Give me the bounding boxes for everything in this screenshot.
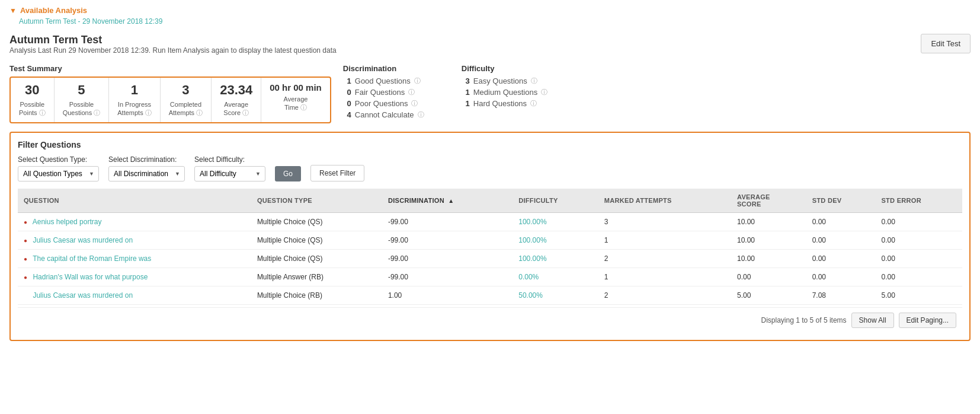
analysis-run-text: Analysis Last Run 29 November 2018 12:39… [9,46,337,55]
cell-question-3: ● Hadrian's Wall was for what purpose [18,267,251,286]
summary-lbl-2: In ProgressAttempts ⓘ [117,100,151,117]
disc-label-0: Good Questions [355,77,411,85]
cell-std-error-4: 5.00 [875,286,962,304]
col-std-error: STD ERROR [875,189,962,213]
disc-num-2: 0 [343,99,351,108]
diff-info-1: ⓘ [541,88,547,97]
cell-type-2: Multiple Choice (QS) [251,249,382,267]
available-analysis-header: ▼ Available Analysis [9,6,971,15]
row-dot-3: ● [24,274,27,281]
filter-difficulty-group: Select Difficulty: All Difficulty [194,155,265,181]
cell-difficulty-4: 50.00% [513,286,598,304]
cell-avg-score-1: 10.00 [731,231,806,249]
data-table: QUESTION QUESTION TYPE DISCRIMINATION ▲ … [18,189,962,305]
col-discrimination[interactable]: DISCRIMINATION ▲ [382,189,513,213]
cell-std-dev-4: 7.08 [806,286,876,304]
difficulty-label: Difficulty [462,64,592,73]
disc-num-1: 0 [343,88,351,97]
col-std-dev: STD DEV [806,189,876,213]
summary-lbl-3: CompletedAttempts ⓘ [169,100,203,117]
cell-difficulty-1: 100.00% [513,231,598,249]
summary-num-5: 00 hr 00 min [270,82,322,93]
summary-cell-2: 1 In ProgressAttempts ⓘ [109,78,160,122]
disc-label-1: Fair Questions [355,88,405,97]
available-analysis-title[interactable]: Available Analysis [20,6,87,15]
cell-avg-score-4: 5.00 [731,286,806,304]
diff-label-2: Hard Questions [473,99,527,108]
cell-type-1: Multiple Choice (QS) [251,231,382,249]
edit-paging-button[interactable]: Edit Paging... [899,313,956,328]
diff-num-1: 1 [462,88,470,97]
test-summary-section: Test Summary 30 PossiblePoints ⓘ 5 Possi… [9,64,331,123]
cell-difficulty-3: 0.00% [513,267,598,286]
table-row: ● Julius Caesar was murdered on Multiple… [18,286,962,304]
row-dot-0: ● [24,219,27,225]
analysis-date: Autumn Term Test - 29 November 2018 12:3… [19,17,971,26]
cell-std-dev-2: 0.00 [806,249,876,267]
difficulty-section: Difficulty 3 Easy Questions ⓘ 1 Medium Q… [462,64,592,123]
question-link-4[interactable]: Julius Caesar was murdered on [33,291,133,300]
cell-type-0: Multiple Choice (QS) [251,212,382,231]
table-row: ● Aenius helped portray Multiple Choice … [18,212,962,231]
summary-lbl-5: AverageTime ⓘ [270,95,322,112]
filter-title: Filter Questions [18,140,962,149]
disc-label-3: Cannot Calculate [355,110,414,119]
page-title: Autumn Term Test [9,34,337,46]
cell-difficulty-0: 100.00% [513,212,598,231]
summary-cell-5: 00 hr 00 min AverageTime ⓘ [261,78,330,122]
cell-question-4: ● Julius Caesar was murdered on [18,286,251,304]
discrimination-select[interactable]: All Discrimination [108,166,185,181]
disc-num-0: 1 [343,77,351,85]
disc-label-2: Poor Questions [355,99,408,108]
test-summary-label: Test Summary [9,64,331,73]
show-all-button[interactable]: Show All [851,313,894,328]
question-type-select[interactable]: All Question Types [18,166,99,181]
discrimination-select-label: Select Discrimination: [108,155,185,164]
discrimination-row-3: 4 Cannot Calculate ⓘ [343,110,450,119]
summary-cell-1: 5 PossibleQuestions ⓘ [55,78,110,122]
cell-std-error-0: 0.00 [875,212,962,231]
col-type: QUESTION TYPE [251,189,382,213]
cell-type-3: Multiple Answer (RB) [251,267,382,286]
reset-filter-button[interactable]: Reset Filter [310,165,364,181]
table-row: ● Hadrian's Wall was for what purpose Mu… [18,267,962,286]
difficulty-select[interactable]: All Difficulty [194,166,265,181]
discrimination-row-0: 1 Good Questions ⓘ [343,77,450,85]
filter-row: Select Question Type: All Question Types… [18,155,962,181]
cell-type-4: Multiple Choice (RB) [251,286,382,304]
cell-discrimination-4: 1.00 [382,286,513,304]
summary-num-3: 3 [169,82,203,98]
summary-cell-0: 30 PossiblePoints ⓘ [11,78,55,122]
cell-attempts-3: 1 [598,267,731,286]
row-dot-2: ● [24,256,27,262]
disc-info-2: ⓘ [411,99,418,108]
table-row: ● Julius Caesar was murdered on Multiple… [18,231,962,249]
disc-info-3: ⓘ [418,110,424,119]
cell-question-0: ● Aenius helped portray [18,212,251,231]
summary-cell-3: 3 CompletedAttempts ⓘ [161,78,212,122]
diff-info-2: ⓘ [530,99,537,108]
go-button[interactable]: Go [275,166,301,181]
question-link-1[interactable]: Julius Caesar was murdered on [33,236,133,244]
discrimination-row-2: 0 Poor Questions ⓘ [343,99,450,108]
filter-discrimination-group: Select Discrimination: All Discriminatio… [108,155,185,181]
cell-discrimination-3: -99.00 [382,267,513,286]
cell-attempts-2: 2 [598,249,731,267]
col-difficulty: DIFFICULTY [513,189,598,213]
cell-avg-score-2: 10.00 [731,249,806,267]
summary-num-0: 30 [19,82,46,98]
question-link-0[interactable]: Aenius helped portray [33,218,102,226]
collapse-icon[interactable]: ▼ [9,7,17,15]
edit-test-button[interactable]: Edit Test [921,34,971,53]
cell-std-dev-0: 0.00 [806,212,876,231]
cell-std-error-1: 0.00 [875,231,962,249]
cell-question-2: ● The capital of the Roman Empire was [18,249,251,267]
question-link-3[interactable]: Hadrian's Wall was for what purpose [33,273,148,281]
cell-discrimination-0: -99.00 [382,212,513,231]
filter-section: Filter Questions Select Question Type: A… [9,132,971,341]
discrimination-row-1: 0 Fair Questions ⓘ [343,88,450,97]
question-link-2[interactable]: The capital of the Roman Empire was [33,254,151,263]
disc-info-1: ⓘ [408,88,415,97]
summary-lbl-4: AverageScore ⓘ [220,100,252,117]
col-attempts: MARKED ATTEMPTS [598,189,731,213]
